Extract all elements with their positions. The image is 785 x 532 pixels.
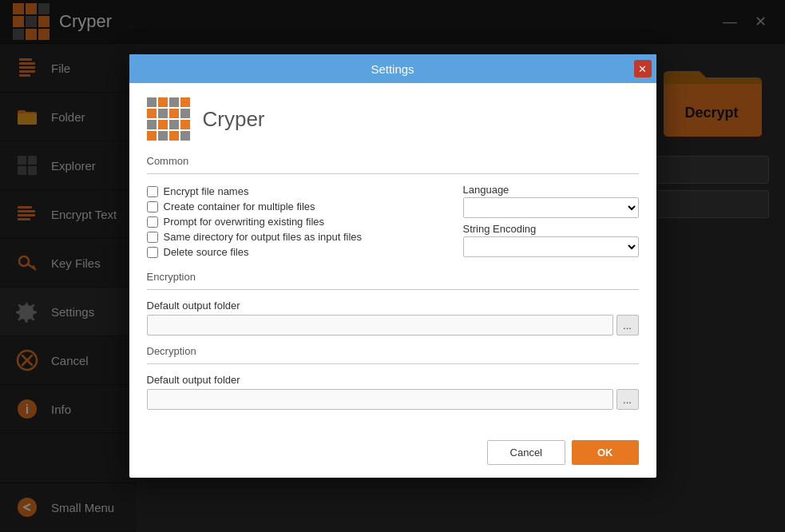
dlg-logo-cell <box>158 120 168 129</box>
string-encoding-select[interactable] <box>463 236 639 257</box>
dialog-header: Cryper <box>147 97 639 141</box>
common-divider <box>147 173 639 174</box>
dlg-logo-cell <box>180 120 190 129</box>
language-field: Language <box>463 184 639 218</box>
create-container-label: Create container for multiple files <box>164 200 315 212</box>
right-col: Language String Encoding <box>463 184 639 260</box>
encryption-divider <box>147 289 639 290</box>
common-section-label: Common <box>147 155 639 167</box>
dlg-logo-cell <box>180 131 190 141</box>
dlg-logo-cell <box>180 97 190 107</box>
checkbox-delete-source[interactable]: Delete source files <box>147 244 450 260</box>
dlg-logo-cell <box>169 120 179 129</box>
prompt-overwrite-checkbox[interactable] <box>147 216 158 228</box>
encryption-folder-label: Default output folder <box>147 300 639 312</box>
same-directory-label: Same directory for output files as input… <box>164 231 363 243</box>
encrypt-filenames-label: Encrypt file names <box>164 185 249 197</box>
string-encoding-label: String Encoding <box>463 223 639 235</box>
encryption-browse-button[interactable]: ... <box>617 315 639 335</box>
decryption-folder-row: ... <box>147 389 639 410</box>
dialog-titlebar: Settings ✕ <box>129 54 656 83</box>
decryption-section-label: Decryption <box>147 345 639 357</box>
dlg-logo-cell <box>169 97 179 107</box>
checkbox-same-directory[interactable]: Same directory for output files as input… <box>147 229 450 244</box>
create-container-checkbox[interactable] <box>147 201 158 212</box>
encryption-section-label: Encryption <box>147 271 639 283</box>
dlg-logo-cell <box>147 120 157 129</box>
encryption-folder-row: ... <box>147 315 639 335</box>
dlg-logo-cell <box>158 131 168 141</box>
checkbox-create-container[interactable]: Create container for multiple files <box>147 199 450 214</box>
dialog-title: Settings <box>371 62 414 76</box>
common-grid: Encrypt file names Create container for … <box>147 184 639 260</box>
dlg-logo-cell <box>147 131 157 141</box>
dialog-close-button[interactable]: ✕ <box>634 60 652 77</box>
encrypt-filenames-checkbox[interactable] <box>147 186 158 197</box>
dlg-logo-cell <box>158 97 168 107</box>
encryption-section: Encryption Default output folder ... <box>147 271 639 335</box>
dialog-body: Cryper Common Encrypt file names Create … <box>129 83 656 432</box>
dlg-logo-cell <box>180 109 190 118</box>
same-directory-checkbox[interactable] <box>147 232 158 243</box>
delete-source-checkbox[interactable] <box>147 247 158 258</box>
dlg-logo-cell <box>147 109 157 118</box>
decryption-folder-label: Default output folder <box>147 374 639 386</box>
prompt-overwrite-label: Prompt for overwriting existing files <box>164 216 325 228</box>
dlg-logo-cell <box>158 109 168 118</box>
dialog-logo-grid <box>147 97 190 141</box>
delete-source-label: Delete source files <box>164 246 249 258</box>
dlg-logo-cell <box>169 131 179 141</box>
decryption-section: Decryption Default output folder ... <box>147 345 639 410</box>
cancel-button[interactable]: Cancel <box>487 440 565 465</box>
decryption-browse-button[interactable]: ... <box>617 389 639 410</box>
ok-button[interactable]: OK <box>572 440 639 465</box>
decryption-folder-input[interactable] <box>147 389 613 410</box>
settings-dialog: Settings ✕ <box>129 54 656 478</box>
string-encoding-field: String Encoding <box>463 223 639 257</box>
dialog-app-name: Cryper <box>203 107 265 132</box>
dlg-logo-cell <box>169 109 179 118</box>
checkboxes-col: Encrypt file names Create container for … <box>147 184 450 260</box>
dialog-footer: Cancel OK <box>129 432 656 478</box>
language-select[interactable] <box>463 197 639 218</box>
encryption-folder-input[interactable] <box>147 315 613 335</box>
language-label: Language <box>463 184 639 196</box>
checkbox-encrypt-filenames[interactable]: Encrypt file names <box>147 184 450 199</box>
dialog-overlay: Settings ✕ <box>0 0 785 532</box>
dlg-logo-cell <box>147 97 157 107</box>
checkbox-prompt-overwrite[interactable]: Prompt for overwriting existing files <box>147 214 450 229</box>
decryption-divider <box>147 363 639 364</box>
